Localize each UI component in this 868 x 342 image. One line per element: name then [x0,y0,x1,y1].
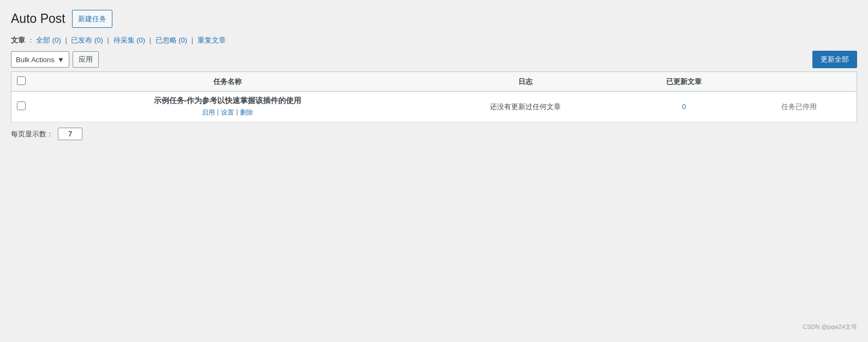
row-status-cell: 任务已停用 [741,92,857,122]
table-body: 示例任务-作为参考以快速掌握该插件的使用 启用 | 设置 | 删除 还没有更新过… [11,92,857,122]
task-name: 示例任务-作为参考以快速掌握该插件的使用 [37,96,418,106]
page-header: Auto Post 新建任务 [11,10,857,28]
filter-ignored[interactable]: 已忽略 (0) [155,36,188,44]
tasks-table: 任务名称 日志 已更新文章 示例任务-作为参考以快速掌握该插件的使用 启用 | … [11,71,857,122]
sep-2: | [107,36,109,44]
row-name-cell: 示例任务-作为参考以快速掌握该插件的使用 启用 | 设置 | 删除 [31,92,424,122]
sep-3: | [149,36,151,44]
toolbar: Bulk Actions ▼ 应用 更新全部 [11,51,857,68]
filter-bar: 文章 ： 全部 (0) | 已发布 (0) | 待采集 (0) | 已忽略 (0… [11,35,857,45]
row-updated-cell: 0 [626,92,741,122]
col-header-name: 任务名称 [31,72,424,92]
update-all-button[interactable]: 更新全部 [812,51,857,68]
page-title: Auto Post [11,11,65,27]
sep-4: | [191,36,193,44]
row-log-cell: 还没有更新过任何文章 [424,92,626,122]
chevron-down-icon: ▼ [57,56,64,64]
bulk-actions-dropdown[interactable]: Bulk Actions ▼ [11,51,69,68]
new-task-button[interactable]: 新建任务 [72,10,112,28]
col-header-status [741,72,857,92]
filter-pending[interactable]: 待采集 (0) [113,36,146,44]
apply-button[interactable]: 应用 [73,51,99,68]
select-all-checkbox[interactable] [17,76,26,85]
table-header-row: 任务名称 日志 已更新文章 [11,72,857,92]
task-status: 任务已停用 [781,103,817,111]
table-row: 示例任务-作为参考以快速掌握该插件的使用 启用 | 设置 | 删除 还没有更新过… [11,92,857,122]
task-log: 还没有更新过任何文章 [490,103,561,111]
filter-duplicate[interactable]: 重复文章 [197,36,226,44]
toolbar-left: Bulk Actions ▼ 应用 [11,51,99,68]
row-checkbox[interactable] [17,101,26,110]
col-header-check [11,72,32,92]
task-updated-count[interactable]: 0 [682,103,686,111]
per-page-label: 每页显示数： [11,129,53,139]
filter-label: 文章 [11,36,25,44]
filter-all[interactable]: 全部 (0) [36,36,61,44]
task-actions: 启用 | 设置 | 删除 [37,108,418,117]
pagination-area: 每页显示数： [11,128,857,140]
task-settings-link[interactable]: 设置 [221,108,234,117]
sep-1: | [65,36,67,44]
col-header-log: 日志 [424,72,626,92]
filter-colon: ： [27,36,34,44]
action-sep-1: | [217,108,219,117]
task-enable-link[interactable]: 启用 [202,108,215,117]
row-check-cell [11,92,32,122]
watermark: CSDN @pqw24文哥 [803,323,857,331]
table-header: 任务名称 日志 已更新文章 [11,72,857,92]
bulk-actions-select[interactable]: Bulk Actions [16,56,55,64]
action-sep-2: | [236,108,238,117]
col-header-updated: 已更新文章 [626,72,741,92]
task-delete-link[interactable]: 删除 [240,108,253,117]
per-page-input[interactable] [58,128,82,140]
filter-published[interactable]: 已发布 (0) [71,36,103,44]
